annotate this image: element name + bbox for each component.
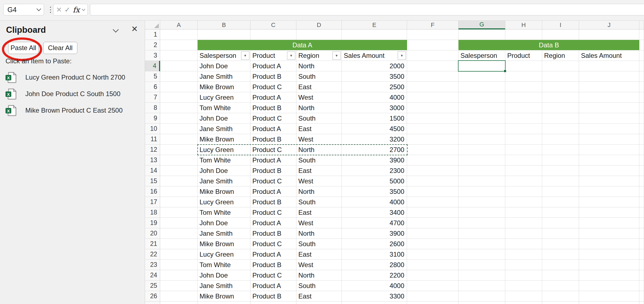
cell[interactable] xyxy=(505,71,542,82)
cell[interactable] xyxy=(407,197,459,207)
row-header-18[interactable]: 18 xyxy=(145,207,160,218)
cell[interactable] xyxy=(639,239,644,249)
cell[interactable]: Product B xyxy=(250,103,296,113)
chevron-down-icon[interactable] xyxy=(82,7,85,11)
cell[interactable] xyxy=(160,281,198,291)
cell[interactable]: Product B xyxy=(250,228,296,239)
cell[interactable] xyxy=(505,155,542,165)
cell[interactable] xyxy=(579,197,639,207)
cell[interactable] xyxy=(160,113,198,124)
row-header-7[interactable]: 7 xyxy=(145,92,160,103)
cell[interactable]: East xyxy=(296,82,342,92)
cell[interactable]: Product A xyxy=(250,281,296,291)
cell[interactable] xyxy=(639,155,644,165)
cell[interactable]: John Doe xyxy=(198,113,250,124)
cell[interactable] xyxy=(459,291,505,302)
cell[interactable]: Tom White xyxy=(198,260,250,270)
cell[interactable] xyxy=(579,239,639,249)
cell[interactable] xyxy=(296,29,342,40)
cell[interactable]: Product A xyxy=(250,249,296,260)
row-header-21[interactable]: 21 xyxy=(145,239,160,249)
cell[interactable] xyxy=(542,124,579,134)
cell[interactable] xyxy=(639,270,644,281)
cell[interactable]: Jane Smith xyxy=(198,71,250,82)
cell[interactable]: 1500 xyxy=(342,113,407,124)
cell[interactable]: Product A xyxy=(250,186,296,197)
cell[interactable] xyxy=(342,302,407,304)
cell[interactable] xyxy=(505,186,542,197)
row-header-5[interactable]: 5 xyxy=(145,71,160,82)
cell[interactable]: Lucy Green xyxy=(198,145,250,155)
row-header-9[interactable]: 9 xyxy=(145,113,160,124)
cell[interactable] xyxy=(505,228,542,239)
cell[interactable]: West xyxy=(296,218,342,228)
cell[interactable]: 4700 xyxy=(342,218,407,228)
cell[interactable] xyxy=(639,302,644,304)
cell[interactable]: West xyxy=(296,176,342,186)
cell[interactable]: Product A xyxy=(250,61,296,71)
cell[interactable] xyxy=(579,270,639,281)
cell[interactable] xyxy=(639,113,644,124)
cell[interactable] xyxy=(459,302,505,304)
cell[interactable]: Tom White xyxy=(198,155,250,165)
cell[interactable]: 2000 xyxy=(342,61,407,71)
cell[interactable] xyxy=(505,270,542,281)
paste-all-button[interactable]: Paste All xyxy=(8,42,39,54)
row-header-15[interactable]: 15 xyxy=(145,176,160,186)
cell[interactable] xyxy=(639,134,644,145)
row-header-26[interactable]: 26 xyxy=(145,291,160,302)
cell[interactable] xyxy=(639,50,644,61)
cell[interactable] xyxy=(459,134,505,145)
cell[interactable] xyxy=(542,92,579,103)
cell[interactable]: Product B xyxy=(250,291,296,302)
cell[interactable] xyxy=(459,145,505,155)
cell[interactable] xyxy=(160,50,198,61)
cell[interactable] xyxy=(542,155,579,165)
cell[interactable]: Mike Brown xyxy=(198,239,250,249)
cell[interactable]: South xyxy=(296,197,342,207)
cell[interactable] xyxy=(459,239,505,249)
cell[interactable] xyxy=(505,207,542,218)
accept-icon[interactable]: ✓ xyxy=(64,6,70,14)
cell[interactable] xyxy=(639,186,644,197)
cell[interactable] xyxy=(579,281,639,291)
cell[interactable]: Mike Brown xyxy=(198,186,250,197)
cell[interactable] xyxy=(542,291,579,302)
cell[interactable] xyxy=(160,71,198,82)
clear-all-button[interactable]: Clear All xyxy=(43,42,77,54)
cell[interactable] xyxy=(160,61,198,71)
cell[interactable] xyxy=(505,61,542,71)
cell[interactable] xyxy=(542,61,579,71)
cell[interactable] xyxy=(160,270,198,281)
cell[interactable] xyxy=(459,113,505,124)
cell[interactable]: East xyxy=(296,207,342,218)
row-header-13[interactable]: 13 xyxy=(145,155,160,165)
cell[interactable]: 2600 xyxy=(342,239,407,249)
cell[interactable] xyxy=(639,281,644,291)
cell[interactable]: Product C xyxy=(250,113,296,124)
cell[interactable] xyxy=(160,239,198,249)
cell[interactable]: 5000 xyxy=(342,176,407,186)
fill-handle[interactable] xyxy=(504,70,506,72)
cell[interactable] xyxy=(542,145,579,155)
cell[interactable] xyxy=(160,260,198,270)
column-header-J[interactable]: J xyxy=(579,21,639,29)
cell[interactable]: Lucy Green xyxy=(198,92,250,103)
cell[interactable] xyxy=(160,82,198,92)
cell[interactable] xyxy=(542,197,579,207)
cell[interactable]: North xyxy=(296,228,342,239)
cell[interactable]: South xyxy=(296,155,342,165)
cell[interactable]: Lucy Green xyxy=(198,197,250,207)
cell[interactable]: East xyxy=(296,291,342,302)
cell[interactable] xyxy=(160,103,198,113)
cell[interactable]: 3900 xyxy=(342,228,407,239)
cell[interactable] xyxy=(542,260,579,270)
cell[interactable]: Lucy Green xyxy=(198,249,250,260)
cell[interactable]: West xyxy=(296,92,342,103)
cell[interactable] xyxy=(459,249,505,260)
cell[interactable] xyxy=(407,124,459,134)
cell[interactable] xyxy=(160,207,198,218)
cell[interactable]: North xyxy=(296,270,342,281)
filter-dropdown-button[interactable]: ▼ xyxy=(241,51,249,60)
cell[interactable]: Product A xyxy=(250,124,296,134)
